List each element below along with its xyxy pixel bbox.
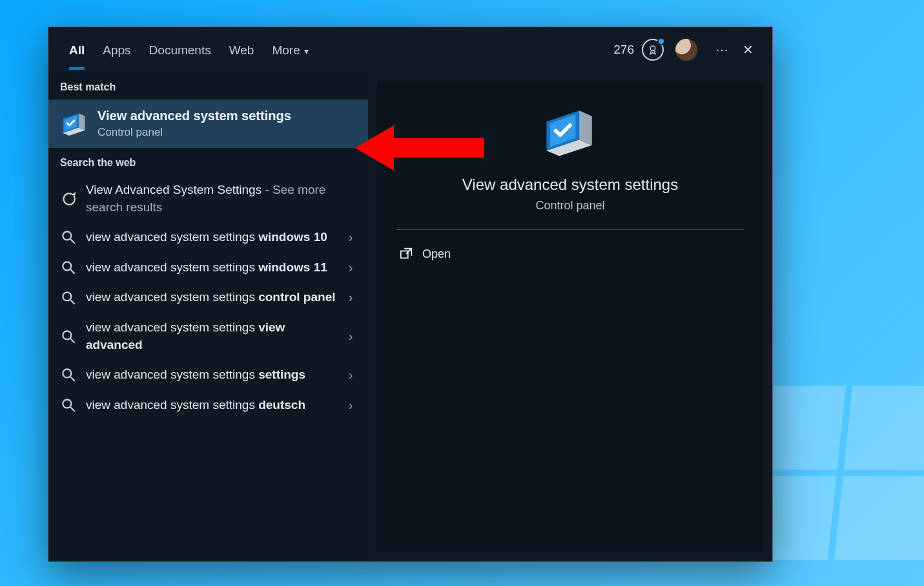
- svg-point-7: [63, 262, 71, 270]
- chevron-right-icon: ›: [345, 329, 356, 344]
- system-settings-icon: [541, 103, 599, 162]
- web-suggestion-text: view advanced system settings control pa…: [86, 289, 336, 306]
- web-result-see-more[interactable]: View Advanced System Settings - See more…: [48, 175, 368, 222]
- svg-line-14: [70, 377, 75, 382]
- tab-apps[interactable]: Apps: [94, 30, 139, 69]
- svg-point-11: [63, 331, 71, 339]
- open-label: Open: [422, 247, 451, 261]
- tab-all[interactable]: All: [60, 30, 94, 69]
- svg-marker-4: [79, 113, 85, 130]
- rewards-medal-icon[interactable]: [642, 39, 664, 61]
- chevron-down-icon: ▾: [304, 46, 309, 56]
- svg-line-16: [70, 407, 75, 412]
- svg-line-10: [70, 300, 75, 304]
- web-result-text: View Advanced System Settings - See more…: [86, 182, 356, 216]
- web-suggestion[interactable]: view advanced system settings deutsch ›: [48, 390, 368, 421]
- tab-more[interactable]: More▾: [263, 30, 317, 69]
- search-icon: [60, 229, 77, 246]
- open-action[interactable]: Open: [396, 242, 744, 266]
- user-avatar[interactable]: [675, 39, 697, 61]
- chevron-right-icon: ›: [345, 368, 356, 382]
- rewards-points[interactable]: 276: [613, 43, 634, 57]
- search-web-header: Search the web: [48, 148, 368, 175]
- search-flyout: All Apps Documents Web More▾ 276 ⋯ ✕ Bes…: [48, 26, 773, 562]
- tab-web[interactable]: Web: [220, 30, 263, 69]
- svg-line-12: [70, 339, 75, 343]
- best-match-item[interactable]: View advanced system settings Control pa…: [48, 99, 368, 148]
- chat-icon: [60, 191, 77, 207]
- divider: [396, 229, 744, 230]
- web-suggestion[interactable]: view advanced system settings settings ›: [48, 360, 368, 390]
- best-match-title: View advanced system settings: [98, 109, 291, 123]
- best-match-subtitle: Control panel: [98, 126, 291, 139]
- search-scope-tabs: All Apps Documents Web More▾ 276 ⋯ ✕: [48, 27, 772, 72]
- svg-rect-21: [401, 251, 408, 258]
- close-icon: ✕: [743, 42, 754, 58]
- preview-card: View advanced system settings Control pa…: [377, 81, 763, 552]
- svg-point-9: [63, 292, 71, 300]
- preview-pane: View advanced system settings Control pa…: [368, 72, 772, 561]
- open-icon: [399, 247, 413, 261]
- web-suggestion[interactable]: view advanced system settings view advan…: [48, 313, 368, 360]
- preview-title: View advanced system settings: [462, 176, 678, 194]
- svg-point-0: [650, 46, 655, 51]
- svg-point-15: [63, 399, 71, 408]
- chevron-right-icon: ›: [345, 260, 356, 275]
- search-icon: [60, 328, 77, 345]
- search-icon: [60, 366, 77, 383]
- web-suggestion-text: view advanced system settings settings: [86, 366, 336, 384]
- ellipsis-icon: ⋯: [715, 42, 728, 58]
- chevron-right-icon: ›: [345, 290, 356, 305]
- web-suggestion[interactable]: view advanced system settings windows 10…: [48, 222, 368, 253]
- svg-point-5: [63, 232, 71, 240]
- svg-line-8: [70, 269, 75, 274]
- system-settings-icon: [60, 110, 88, 138]
- web-suggestion-text: view advanced system settings windows 11: [86, 259, 336, 277]
- chevron-right-icon: ›: [345, 398, 356, 413]
- svg-marker-20: [579, 110, 592, 145]
- results-pane: Best match View advanced system settings…: [48, 72, 368, 561]
- more-options-button[interactable]: ⋯: [709, 37, 735, 63]
- chevron-right-icon: ›: [345, 230, 356, 245]
- close-button[interactable]: ✕: [735, 37, 761, 63]
- web-suggestion-text: view advanced system settings deutsch: [86, 397, 336, 414]
- best-match-header: Best match: [48, 72, 368, 99]
- web-suggestion-text: view advanced system settings view advan…: [86, 319, 336, 353]
- search-icon: [60, 397, 77, 413]
- web-suggestion[interactable]: view advanced system settings windows 11…: [48, 253, 368, 283]
- web-suggestion-text: view advanced system settings windows 10: [86, 229, 336, 246]
- notification-dot-icon: [657, 37, 665, 45]
- svg-line-6: [70, 240, 75, 244]
- search-icon: [60, 259, 77, 276]
- web-suggestion[interactable]: view advanced system settings control pa…: [48, 282, 368, 313]
- preview-subtitle: Control panel: [535, 199, 604, 213]
- tab-documents[interactable]: Documents: [140, 30, 220, 69]
- search-icon: [60, 289, 77, 306]
- svg-point-13: [63, 370, 71, 378]
- tab-more-label: More: [272, 43, 300, 57]
